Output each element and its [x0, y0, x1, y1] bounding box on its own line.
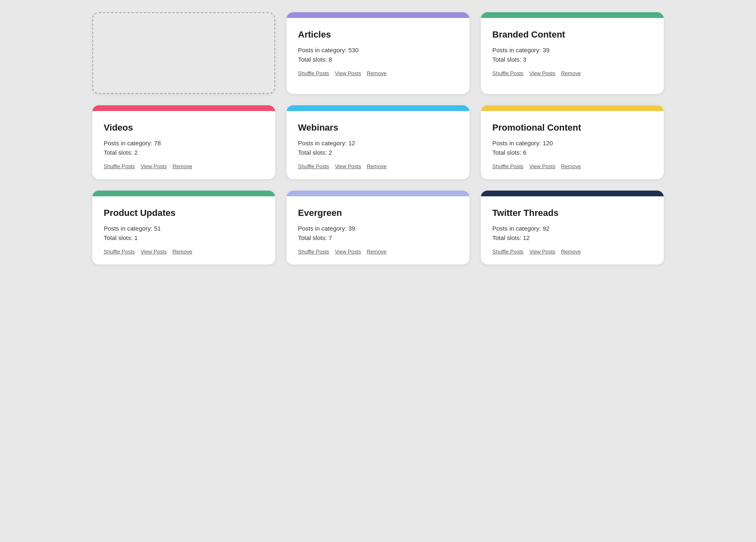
remove-button[interactable]: Remove — [367, 70, 386, 76]
view-posts-button[interactable]: View Posts — [335, 249, 361, 255]
card-evergreen: EvergreenPosts in category: 39Total slot… — [287, 191, 469, 264]
remove-button[interactable]: Remove — [367, 163, 386, 169]
card-body: WebinarsPosts in category: 12Total slots… — [287, 111, 469, 179]
card-total-slots: Total slots: 7 — [298, 234, 458, 241]
card-webinars: WebinarsPosts in category: 12Total slots… — [287, 105, 469, 179]
remove-button[interactable]: Remove — [172, 163, 192, 169]
card-title: Evergreen — [298, 208, 458, 218]
card-body: Twitter ThreadsPosts in category: 92Tota… — [481, 196, 664, 264]
card-total-slots: Total slots: 12 — [492, 234, 652, 241]
shuffle-posts-button[interactable]: Shuffle Posts — [104, 163, 135, 169]
card-body: ArticlesPosts in category: 530Total slot… — [287, 18, 469, 86]
card-actions: Shuffle PostsView PostsRemove — [492, 249, 652, 255]
card-total-slots: Total slots: 8 — [298, 56, 458, 63]
shuffle-posts-button[interactable]: Shuffle Posts — [492, 249, 523, 255]
card-total-slots: Total slots: 1 — [104, 234, 264, 241]
card-branded-content: Branded ContentPosts in category: 39Tota… — [481, 12, 664, 94]
view-posts-button[interactable]: View Posts — [529, 249, 555, 255]
card-actions: Shuffle PostsView PostsRemove — [298, 163, 458, 169]
shuffle-posts-button[interactable]: Shuffle Posts — [104, 249, 135, 255]
view-posts-button[interactable]: View Posts — [140, 249, 167, 255]
card-actions: Shuffle PostsView PostsRemove — [492, 163, 652, 169]
card-posts-in-category: Posts in category: 92 — [492, 225, 652, 232]
card-actions: Shuffle PostsView PostsRemove — [104, 249, 264, 255]
card-body: EvergreenPosts in category: 39Total slot… — [287, 196, 469, 264]
card-body: Promotional ContentPosts in category: 12… — [481, 111, 664, 179]
remove-button[interactable]: Remove — [367, 249, 386, 255]
remove-button[interactable]: Remove — [561, 70, 580, 76]
card-posts-in-category: Posts in category: 120 — [492, 140, 652, 147]
view-posts-button[interactable]: View Posts — [140, 163, 167, 169]
card-title: Webinars — [298, 122, 458, 133]
card-posts-in-category: Posts in category: 530 — [298, 47, 458, 53]
card-color-bar — [481, 12, 664, 18]
view-posts-button[interactable]: View Posts — [529, 163, 555, 169]
card-color-bar — [481, 191, 664, 196]
remove-button[interactable]: Remove — [561, 163, 580, 169]
card-posts-in-category: Posts in category: 78 — [104, 140, 264, 147]
shuffle-posts-button[interactable]: Shuffle Posts — [298, 163, 329, 169]
view-posts-button[interactable]: View Posts — [529, 70, 555, 76]
card-title: Promotional Content — [492, 122, 652, 133]
remove-button[interactable]: Remove — [561, 249, 580, 255]
card-color-bar — [287, 12, 469, 18]
card-videos: VideosPosts in category: 78Total slots: … — [92, 105, 275, 179]
card-twitter-threads: Twitter ThreadsPosts in category: 92Tota… — [481, 191, 664, 264]
card-total-slots: Total slots: 3 — [492, 56, 652, 63]
card-color-bar — [287, 191, 469, 196]
shuffle-posts-button[interactable]: Shuffle Posts — [298, 70, 329, 76]
card-color-bar — [287, 105, 469, 111]
shuffle-posts-button[interactable]: Shuffle Posts — [492, 163, 523, 169]
card-actions: Shuffle PostsView PostsRemove — [104, 163, 264, 169]
card-title: Product Updates — [104, 208, 264, 218]
card-color-bar — [481, 105, 664, 111]
cards-grid: ArticlesPosts in category: 530Total slot… — [92, 12, 664, 264]
card-total-slots: Total slots: 2 — [104, 149, 264, 156]
card-title: Videos — [104, 122, 264, 133]
card-total-slots: Total slots: 2 — [298, 149, 458, 156]
card-posts-in-category: Posts in category: 39 — [492, 47, 652, 53]
card-body: VideosPosts in category: 78Total slots: … — [92, 111, 275, 179]
card-body: Branded ContentPosts in category: 39Tota… — [481, 18, 664, 86]
card-actions: Shuffle PostsView PostsRemove — [492, 70, 652, 76]
card-title: Articles — [298, 29, 458, 40]
card-posts-in-category: Posts in category: 51 — [104, 225, 264, 232]
shuffle-posts-button[interactable]: Shuffle Posts — [492, 70, 523, 76]
view-posts-button[interactable]: View Posts — [335, 163, 361, 169]
card-posts-in-category: Posts in category: 12 — [298, 140, 458, 147]
card-articles: ArticlesPosts in category: 530Total slot… — [287, 12, 469, 94]
placeholder-card — [92, 12, 275, 94]
card-color-bar — [92, 191, 275, 196]
card-title: Twitter Threads — [492, 208, 652, 218]
card-promotional-content: Promotional ContentPosts in category: 12… — [481, 105, 664, 179]
view-posts-button[interactable]: View Posts — [335, 70, 361, 76]
card-actions: Shuffle PostsView PostsRemove — [298, 70, 458, 76]
card-actions: Shuffle PostsView PostsRemove — [298, 249, 458, 255]
card-posts-in-category: Posts in category: 39 — [298, 225, 458, 232]
shuffle-posts-button[interactable]: Shuffle Posts — [298, 249, 329, 255]
card-color-bar — [92, 105, 275, 111]
card-body: Product UpdatesPosts in category: 51Tota… — [92, 196, 275, 264]
card-title: Branded Content — [492, 29, 652, 40]
card-total-slots: Total slots: 6 — [492, 149, 652, 156]
card-product-updates: Product UpdatesPosts in category: 51Tota… — [92, 191, 275, 264]
remove-button[interactable]: Remove — [172, 249, 192, 255]
